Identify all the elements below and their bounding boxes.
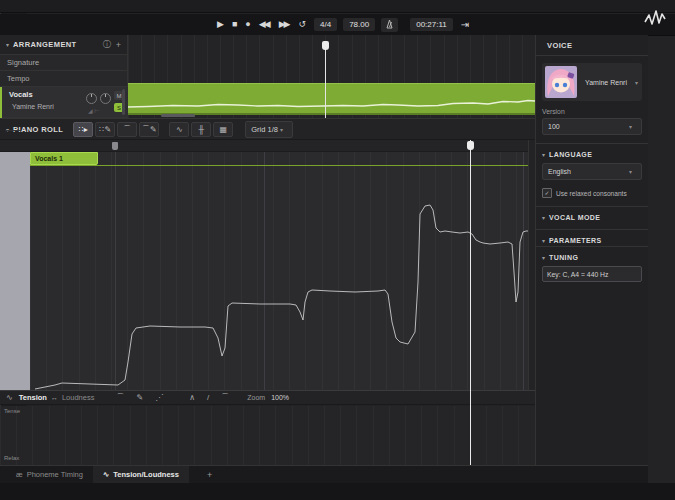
parameter-panel-icon: ∿ bbox=[6, 393, 13, 402]
piano-roll-playhead[interactable] bbox=[470, 140, 471, 465]
piano-roll-grid[interactable]: Vocals 1 bbox=[30, 152, 535, 390]
pitch-display-toggle[interactable]: ∿ bbox=[169, 122, 189, 137]
arrangement-header: ▾ ARRANGEMENT ⓘ + bbox=[0, 35, 128, 55]
fast-forward-button[interactable]: ▶▶ bbox=[279, 20, 289, 29]
draw-notes-tool[interactable]: ∷✎ bbox=[95, 122, 115, 137]
snap-toggle[interactable]: ╫ bbox=[191, 122, 211, 137]
tuning-section-title: TUNING bbox=[549, 254, 578, 261]
language-dropdown[interactable]: English▾ bbox=[542, 163, 642, 180]
loudness-tab[interactable]: Loudness bbox=[62, 393, 95, 402]
clip-tab-label[interactable]: Vocals 1 bbox=[30, 152, 98, 165]
pan-knob[interactable] bbox=[86, 93, 97, 104]
select-notes-tool[interactable]: ∷▸ bbox=[73, 122, 93, 137]
piano-roll-header: ▾ PIANO ROLL ∷▸ ∷✎ ⌒ ⌒✎ ∿ ╫ ▦ Grid 1/8 ▾ bbox=[0, 118, 535, 140]
arrangement-scrollbar-h[interactable] bbox=[161, 114, 195, 117]
param-min-label: Relax bbox=[4, 455, 19, 461]
stop-button[interactable]: ■ bbox=[232, 20, 235, 29]
collapse-chevron-icon[interactable]: ▾ bbox=[542, 214, 545, 221]
wave-icon: ∿ bbox=[103, 470, 109, 479]
voice-selector[interactable]: Yamine Renri ▾ bbox=[542, 63, 642, 101]
phoneme-icon: æ bbox=[16, 470, 23, 479]
swap-params-icon[interactable]: ↔ bbox=[51, 394, 58, 401]
voice-panel-title: VOICE bbox=[547, 41, 572, 50]
arrangement-track-list: Signature Tempo Vocals Yamine Renri M S … bbox=[0, 55, 128, 118]
track-voice-name: Yamine Renri bbox=[12, 103, 54, 110]
metronome-icon bbox=[385, 19, 394, 29]
parameter-curve-area[interactable]: Tense Relax bbox=[0, 406, 535, 465]
vocals-clip[interactable] bbox=[128, 83, 535, 115]
pitch-draw-tool[interactable]: ⌒✎ bbox=[139, 122, 159, 137]
status-strip bbox=[0, 483, 675, 500]
curve-draw-tool[interactable]: ⌒ bbox=[116, 392, 124, 403]
piano-roll-ruler[interactable] bbox=[0, 140, 535, 152]
version-dropdown[interactable]: 100▾ bbox=[542, 118, 642, 135]
rewind-button[interactable]: ◀◀ bbox=[259, 20, 269, 29]
collapse-chevron-icon[interactable]: ▾ bbox=[542, 151, 545, 158]
line-shape-tool[interactable]: / bbox=[207, 393, 209, 402]
zoom-value[interactable]: 100% bbox=[271, 394, 289, 401]
fader-icon: ◢ ⊢ bbox=[88, 107, 100, 114]
voice-panel-header: VOICE bbox=[536, 35, 648, 56]
vocals-track-header[interactable]: Vocals Yamine Renri M S ◢ ⊢ bbox=[0, 87, 128, 118]
checkbox-check-icon: ✓ bbox=[542, 188, 552, 198]
version-label: Version bbox=[542, 108, 642, 115]
pitch-curve bbox=[30, 152, 535, 390]
piano-keyboard[interactable] bbox=[0, 152, 30, 390]
gain-knob[interactable] bbox=[100, 93, 111, 104]
loop-button[interactable]: ↺ bbox=[298, 20, 306, 29]
collapse-chevron-icon[interactable]: ▾ bbox=[542, 254, 545, 261]
metronome-toggle[interactable] bbox=[381, 18, 398, 32]
param-max-label: Tense bbox=[4, 408, 20, 414]
tab-phoneme-timing[interactable]: æ Phoneme Timing bbox=[6, 466, 93, 484]
piano-roll-scrollbar-v[interactable] bbox=[528, 140, 535, 390]
arrangement-timeline[interactable] bbox=[128, 35, 535, 118]
relaxed-consonants-checkbox[interactable]: ✓ Use relaxed consonants bbox=[542, 188, 642, 198]
goto-end-button[interactable]: ⇥ bbox=[461, 20, 469, 30]
tension-tab[interactable]: Tension bbox=[19, 393, 47, 402]
chevron-down-icon: ▾ bbox=[280, 126, 283, 133]
time-signature-box[interactable]: 4/4 bbox=[314, 18, 337, 31]
arrangement-scrollbar-v[interactable] bbox=[122, 89, 125, 115]
app-logo bbox=[641, 6, 671, 30]
clip-boundary-line bbox=[30, 165, 535, 166]
add-track-button[interactable]: + bbox=[116, 40, 121, 50]
add-parameter-tab-button[interactable]: + bbox=[207, 470, 212, 480]
signature-row[interactable]: Signature bbox=[0, 55, 127, 71]
arrangement-playhead[interactable] bbox=[325, 41, 326, 118]
dots-line-tool[interactable]: ⋰ bbox=[155, 393, 163, 402]
arc-shape-tool[interactable]: ⌒ bbox=[221, 392, 229, 403]
piano-roll-title: PIANO ROLL bbox=[13, 125, 63, 134]
menu-bar bbox=[0, 0, 675, 13]
pitch-select-tool[interactable]: ⌒ bbox=[117, 122, 137, 137]
keyboard-toggle[interactable]: ▦ bbox=[213, 122, 233, 137]
clip-waveform bbox=[128, 84, 535, 113]
parameter-panel-toolbar: ∿ Tension ↔ Loudness ⌒ ✎ ⋰ ∧ / ⌒ Zoom 10… bbox=[0, 390, 535, 405]
info-icon[interactable]: ⓘ bbox=[103, 39, 111, 50]
track-name: Vocals bbox=[9, 90, 33, 99]
collapse-chevron-icon[interactable]: ▾ bbox=[542, 237, 545, 244]
triangle-shape-tool[interactable]: ∧ bbox=[189, 393, 195, 402]
pencil-tool[interactable]: ✎ bbox=[136, 393, 143, 402]
grid-size-dropdown[interactable]: Grid 1/8 ▾ bbox=[245, 121, 293, 138]
play-button[interactable]: ▶ bbox=[217, 20, 222, 29]
collapse-chevron-icon[interactable]: ▾ bbox=[6, 41, 9, 48]
voice-panel: VOICE Yamine Renri ▾ Version 100▾ ▾ bbox=[535, 35, 648, 465]
language-section-title: LANGUAGE bbox=[549, 151, 592, 158]
voice-avatar bbox=[545, 66, 577, 98]
synthesizer-app-window: ▶ ■ ● ◀◀ ▶▶ ↺ 4/4 78.00 00:27:11 ⇥ ▾ ARR… bbox=[0, 0, 675, 500]
tempo-row[interactable]: Tempo bbox=[0, 71, 127, 87]
chevron-down-icon: ▾ bbox=[629, 168, 632, 175]
vocal-mode-section-title: VOCAL MODE bbox=[549, 214, 600, 221]
tempo-box[interactable]: 78.00 bbox=[343, 18, 375, 31]
seek-marker-handle[interactable] bbox=[112, 142, 118, 150]
time-display[interactable]: 00:27:11 bbox=[410, 18, 453, 31]
transport-bar: ▶ ■ ● ◀◀ ▶▶ ↺ 4/4 78.00 00:27:11 ⇥ bbox=[0, 14, 675, 36]
record-button[interactable]: ● bbox=[245, 20, 248, 29]
chevron-down-icon: ▾ bbox=[635, 79, 638, 86]
zoom-label: Zoom bbox=[247, 394, 265, 401]
tab-tension-loudness[interactable]: ∿ Tension/Loudness bbox=[93, 466, 189, 484]
collapse-chevron-icon[interactable]: ▾ bbox=[6, 126, 9, 133]
track-color-bar bbox=[0, 87, 2, 118]
tuning-key-button[interactable]: Key: C, A4 = 440 Hz bbox=[542, 266, 642, 282]
chevron-down-icon: ▾ bbox=[629, 123, 632, 130]
